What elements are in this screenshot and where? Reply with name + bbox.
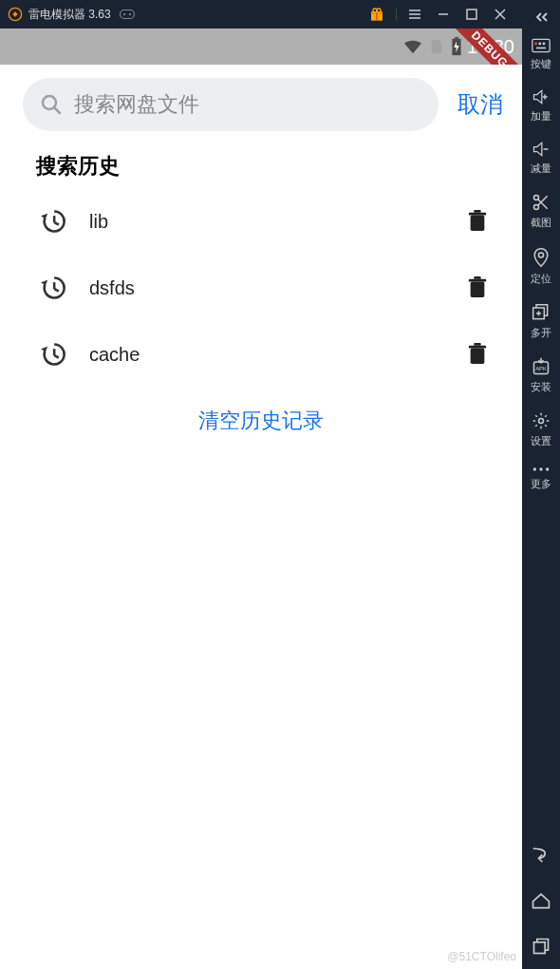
svg-point-2 [123, 13, 125, 15]
tool-label: 减量 [531, 162, 551, 176]
battery-charging-icon [450, 36, 463, 57]
emulator-sidebar: 按键 加量 减量 截图 定位 多开 APK 安装 设置 更多 [522, 0, 560, 969]
history-item[interactable]: lib [36, 188, 499, 255]
svg-rect-33 [469, 346, 486, 349]
watermark: @51CTOlifeo [447, 950, 516, 963]
android-recents-button[interactable] [532, 923, 551, 969]
history-icon [40, 275, 66, 301]
delete-button[interactable] [463, 205, 492, 238]
search-icon [40, 93, 63, 116]
svg-rect-38 [543, 43, 546, 46]
svg-rect-6 [376, 11, 378, 20]
svg-point-3 [129, 13, 131, 15]
history-list: lib dsfds cache [0, 188, 522, 388]
search-box[interactable] [23, 78, 439, 131]
sim-icon [429, 38, 444, 55]
wifi-icon [402, 38, 423, 55]
history-item-text: cache [89, 344, 463, 366]
gear-icon [532, 411, 551, 430]
tool-volume-up[interactable]: 加量 [522, 81, 560, 133]
keyboard-icon [532, 38, 551, 53]
svg-rect-37 [539, 43, 542, 46]
svg-line-31 [54, 355, 59, 357]
history-icon [40, 341, 66, 368]
search-input[interactable] [74, 92, 421, 117]
gift-icon[interactable] [369, 7, 384, 22]
svg-point-56 [539, 467, 542, 470]
minimize-button[interactable] [429, 0, 457, 28]
window-title: 雷电模拟器 3.63 [28, 7, 111, 23]
tool-location[interactable]: 定位 [522, 239, 560, 295]
svg-rect-27 [471, 282, 485, 298]
tool-label: 按键 [531, 57, 551, 71]
svg-rect-29 [474, 276, 480, 279]
tool-settings[interactable]: 设置 [522, 404, 560, 458]
svg-point-57 [546, 467, 549, 470]
maximize-button[interactable] [457, 0, 486, 28]
multi-window-icon [532, 303, 551, 322]
volume-down-icon [532, 141, 551, 158]
tool-label: 截图 [531, 216, 551, 230]
svg-rect-1 [120, 10, 134, 19]
svg-rect-17 [455, 37, 458, 39]
tool-label: 定位 [531, 272, 551, 286]
svg-rect-32 [471, 349, 485, 365]
apk-install-icon: APK [532, 357, 551, 376]
android-back-button[interactable] [531, 832, 551, 878]
tool-screenshot[interactable]: 截图 [522, 185, 560, 239]
more-icon [532, 466, 551, 473]
history-item-text: dsfds [89, 277, 463, 299]
svg-rect-36 [534, 43, 537, 46]
tool-label: 更多 [531, 477, 551, 491]
svg-point-55 [533, 467, 536, 470]
app-content: 取消 搜索历史 lib dsfds cache 清空历史记录 @51CTOlif… [0, 65, 522, 969]
history-icon [40, 208, 66, 235]
svg-rect-22 [471, 216, 485, 232]
clear-history-button[interactable]: 清空历史记录 [0, 388, 522, 454]
tool-volume-down[interactable]: 减量 [522, 133, 560, 185]
titlebar: 雷电模拟器 3.63 [0, 0, 522, 28]
tool-label: 设置 [531, 434, 551, 448]
svg-rect-35 [532, 39, 550, 51]
cancel-button[interactable]: 取消 [454, 86, 507, 124]
tool-label: 加量 [531, 109, 551, 124]
gamepad-icon [119, 8, 136, 21]
svg-line-21 [54, 222, 59, 224]
tool-multi-instance[interactable]: 多开 [522, 295, 560, 350]
tool-keyboard[interactable]: 按键 [522, 30, 560, 81]
svg-rect-34 [474, 343, 480, 346]
app-logo-icon [8, 7, 23, 22]
svg-rect-24 [474, 210, 480, 213]
history-item[interactable]: cache [36, 321, 499, 388]
tool-label: 多开 [531, 326, 551, 340]
delete-button[interactable] [463, 338, 492, 370]
collapse-sidebar-button[interactable] [533, 6, 549, 30]
svg-text:APK: APK [535, 366, 547, 371]
svg-line-19 [54, 107, 60, 113]
svg-rect-58 [534, 942, 546, 954]
history-item-text: lib [89, 211, 463, 233]
svg-point-8 [377, 9, 381, 12]
svg-point-54 [539, 419, 544, 424]
svg-rect-23 [469, 213, 486, 216]
tool-label: 安装 [531, 380, 551, 394]
scissors-icon [532, 193, 551, 212]
volume-up-icon [532, 88, 551, 105]
android-statusbar: 10:30 DEBUG [0, 28, 522, 65]
history-title: 搜索历史 [0, 144, 522, 188]
svg-rect-39 [536, 48, 546, 49]
delete-button[interactable] [463, 272, 492, 304]
svg-rect-28 [469, 279, 486, 282]
tool-more[interactable]: 更多 [522, 458, 560, 501]
svg-rect-13 [467, 10, 476, 19]
android-home-button[interactable] [531, 878, 551, 923]
svg-line-26 [54, 289, 59, 291]
history-item[interactable]: dsfds [36, 255, 499, 321]
menu-button[interactable] [401, 0, 429, 28]
svg-point-47 [538, 253, 543, 257]
close-button[interactable] [486, 0, 514, 28]
tool-install[interactable]: APK 安装 [522, 350, 560, 404]
location-icon [532, 247, 550, 268]
